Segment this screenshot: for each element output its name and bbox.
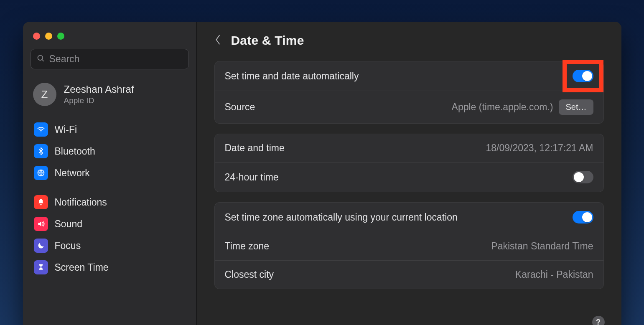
- wifi-icon: [34, 122, 48, 137]
- sidebar-item-label: Wi-Fi: [55, 124, 77, 135]
- sidebar-item-sound[interactable]: Sound: [31, 213, 189, 235]
- search-field[interactable]: [31, 49, 189, 69]
- sidebar-item-focus[interactable]: Focus: [31, 235, 189, 256]
- page-title: Date & Time: [231, 33, 304, 48]
- sidebar-item-notifications[interactable]: Notifications: [31, 191, 189, 213]
- back-button[interactable]: [214, 33, 222, 48]
- sidebar-item-label: Notifications: [55, 197, 107, 208]
- svg-line-1: [42, 59, 43, 61]
- panel-date-time: Date and time 18/09/2023, 12:17:21 AM 24…: [214, 134, 604, 192]
- toggle-auto-timezone[interactable]: [573, 211, 593, 223]
- bell-icon: [34, 195, 48, 209]
- source-value: Apple (time.apple.com.): [452, 102, 553, 113]
- account-subtitle: Apple ID: [64, 96, 134, 105]
- moon-icon: [34, 239, 48, 253]
- row-label: Set time and date automatically: [225, 71, 359, 82]
- row-label: Time zone: [225, 241, 270, 252]
- toggle-24-hour[interactable]: [573, 171, 593, 183]
- toggle-auto-time[interactable]: [573, 70, 593, 82]
- help-button[interactable]: ?: [592, 316, 605, 325]
- row-label: Date and time: [225, 142, 285, 154]
- sidebar-item-label: Network: [55, 168, 90, 179]
- svg-point-2: [41, 132, 41, 132]
- sidebar-item-screen-time[interactable]: Screen Time: [31, 256, 189, 278]
- row-24hour: 24-hour time: [215, 162, 603, 192]
- search-input[interactable]: [49, 53, 183, 65]
- speaker-icon: [34, 217, 48, 231]
- maximize-window-button[interactable]: [57, 33, 64, 40]
- sidebar-item-bluetooth[interactable]: Bluetooth: [31, 140, 189, 162]
- panel-time-source: Set time and date automatically Source A…: [214, 61, 604, 124]
- hourglass-icon: [34, 260, 48, 274]
- row-label: Closest city: [225, 269, 274, 280]
- avatar: Z: [33, 83, 56, 106]
- sidebar-item-label: Screen Time: [55, 262, 109, 273]
- row-closest-city: Closest city Karachi - Pakistan: [215, 260, 603, 289]
- row-auto-timezone: Set time zone automatically using your c…: [215, 203, 603, 232]
- panel-timezone: Set time zone automatically using your c…: [214, 202, 604, 289]
- sidebar-item-label: Bluetooth: [55, 146, 95, 157]
- svg-point-4: [40, 204, 41, 205]
- timezone-value: Pakistan Standard Time: [491, 241, 593, 252]
- row-label: Set time zone automatically using your c…: [225, 212, 458, 223]
- row-date-time: Date and time 18/09/2023, 12:17:21 AM: [215, 134, 603, 162]
- bluetooth-icon: [34, 144, 48, 158]
- sidebar-item-network[interactable]: Network: [31, 162, 189, 184]
- sidebar-group-network: Wi-Fi Bluetooth Network: [31, 119, 189, 184]
- sidebar: Z Zeeshan Ashraf Apple ID Wi-Fi Bluetoot…: [23, 22, 197, 325]
- account-name: Zeeshan Ashraf: [64, 84, 134, 95]
- datetime-value: 18/09/2023, 12:17:21 AM: [486, 142, 593, 154]
- row-source: Source Apple (time.apple.com.) Set…: [215, 91, 603, 123]
- minimize-window-button[interactable]: [45, 33, 52, 40]
- set-source-button[interactable]: Set…: [559, 99, 593, 115]
- row-label: Source: [225, 102, 255, 113]
- window-controls: [33, 33, 189, 40]
- row-timezone: Time zone Pakistan Standard Time: [215, 232, 603, 260]
- sidebar-item-wifi[interactable]: Wi-Fi: [31, 119, 189, 140]
- close-window-button[interactable]: [33, 33, 40, 40]
- apple-id-account[interactable]: Z Zeeshan Ashraf Apple ID: [31, 80, 189, 116]
- svg-point-0: [38, 55, 43, 60]
- content-header: Date & Time: [214, 33, 604, 48]
- sidebar-item-label: Sound: [55, 218, 83, 230]
- row-auto-time: Set time and date automatically: [215, 61, 603, 91]
- row-label: 24-hour time: [225, 172, 279, 183]
- closest-city-value: Karachi - Pakistan: [515, 269, 593, 280]
- search-icon: [37, 54, 45, 64]
- settings-window: Z Zeeshan Ashraf Apple ID Wi-Fi Bluetoot…: [23, 22, 621, 325]
- sidebar-item-label: Focus: [55, 240, 81, 251]
- main-content: Date & Time Set time and date automatica…: [197, 22, 621, 325]
- globe-icon: [34, 166, 48, 180]
- sidebar-group-focus: Notifications Sound Focus Screen Time: [31, 191, 189, 278]
